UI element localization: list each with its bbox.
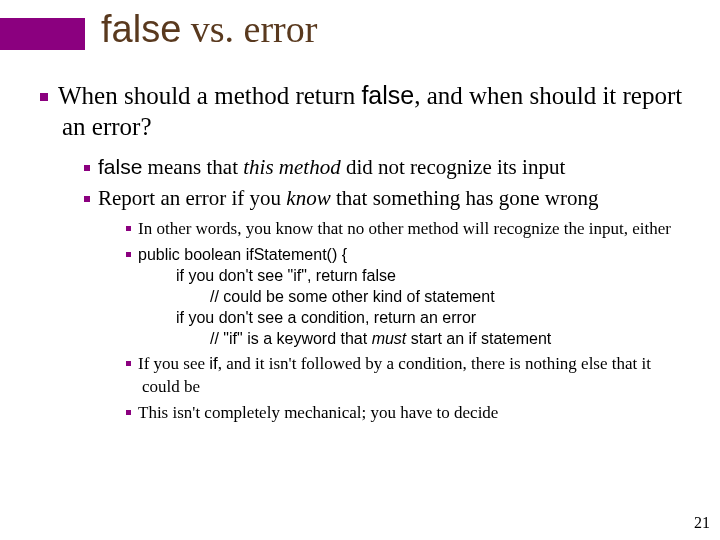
slide: false vs. error When should a method ret… [0,0,720,540]
l2b-em: know [286,186,330,210]
level2-group: false means that this method did not rec… [84,153,690,424]
code-line1: public boolean ifStatement() { [138,246,347,263]
l3d-text: This isn't completely mechanical; you ha… [138,403,498,422]
bullet-level1: When should a method return false, and w… [40,80,690,143]
title-rest: vs. error [181,8,317,50]
l2a-em: this method [243,155,340,179]
bullet-level2-a: false means that this method did not rec… [84,153,690,181]
l2b-post: that something has gone wrong [331,186,599,210]
level3-group: In other words, you know that no other m… [126,218,690,424]
l2a-post: did not recognize its input [341,155,566,179]
bullet-level3-c: If you see if, and it isn't followed by … [126,353,690,397]
square-bullet-icon [84,165,90,171]
code-line5-pre: // "if" is a keyword that [210,330,372,347]
bullet-level3-a: In other words, you know that no other m… [126,218,690,240]
square-bullet-icon [126,361,131,366]
code-line5: // "if" is a keyword that must start an … [142,329,690,350]
slide-body: When should a method return false, and w… [40,80,690,428]
code-line2: if you don't see "if", return false [142,266,690,287]
bullet-level2-b: Report an error if you know that somethi… [84,185,690,212]
l2b-pre: Report an error if you [98,186,286,210]
title-bar-wrap: false vs. error [0,10,317,50]
square-bullet-icon [40,93,48,101]
square-bullet-icon [126,226,131,231]
l3c-code: if [209,354,218,373]
slide-title: false vs. error [101,10,317,50]
square-bullet-icon [126,410,131,415]
square-bullet-icon [84,196,90,202]
l2a-mid: means that [142,155,243,179]
code-line4: if you don't see a condition, return an … [142,308,690,329]
title-accent-bar [0,18,85,50]
bullet-level3-code: public boolean ifStatement() { if you do… [126,244,690,349]
code-line5-em: must [372,330,407,347]
l1-pre: When should a method return [58,82,361,109]
l3c-post: , and it isn't followed by a condition, … [142,354,651,395]
page-number: 21 [694,514,710,532]
code-line5-post: start an if statement [406,330,551,347]
l3a-text: In other words, you know that no other m… [138,219,671,238]
l1-code: false [361,81,414,109]
code-line3: // could be some other kind of statement [142,287,690,308]
l3c-pre: If you see [138,354,209,373]
square-bullet-icon [126,252,131,257]
bullet-level3-d: This isn't completely mechanical; you ha… [126,402,690,424]
l2a-code: false [98,155,142,178]
title-code-word: false [101,8,181,50]
